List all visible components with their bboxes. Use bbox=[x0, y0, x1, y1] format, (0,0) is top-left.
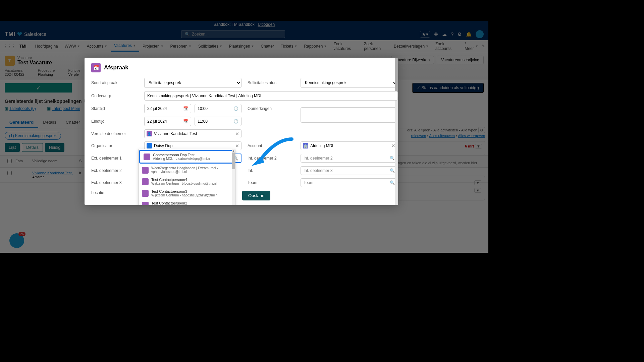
end-date-input[interactable]: 22 jul 2024📅 bbox=[144, 117, 191, 126]
int-deelnemer-2-input[interactable]: Int. deelnemer 2🔍 bbox=[301, 154, 398, 163]
dropdown-item[interactable]: WoonZorgcentra Haaglanden | Extramuraal … bbox=[139, 164, 235, 176]
contact-icon: 👤 bbox=[147, 131, 152, 136]
calendar-icon: 📅 bbox=[183, 119, 188, 124]
onderwerp-input[interactable] bbox=[144, 91, 398, 101]
afspraak-modal: 📅 Afspraak Soort afspraak Sollicitatiege… bbox=[85, 58, 398, 205]
calendar-icon: 📅 bbox=[91, 63, 101, 72]
modal-title: Afspraak bbox=[104, 64, 128, 71]
soort-afspraak-select[interactable]: Sollicitatiegesprek bbox=[144, 78, 241, 88]
clear-icon[interactable]: ✕ bbox=[235, 131, 239, 136]
start-date-input[interactable]: 22 jul 2024📅 bbox=[144, 104, 191, 113]
contactpersoon-dropdown: ▲ Contactpersoon Dop TestAfdeling MDL - … bbox=[138, 149, 235, 205]
contact-icon bbox=[142, 167, 149, 174]
contact-icon bbox=[144, 154, 150, 160]
dropdown-item[interactable]: Test Contactpersoon2 bbox=[139, 199, 235, 205]
vereiste-deelnemer-lookup[interactable]: 👤 Vivianne Kandidaat Test ✕ bbox=[144, 129, 241, 138]
search-icon: 🔍 bbox=[390, 168, 395, 173]
dropdown-item[interactable]: Test Contactpersoon3Wijkteam Centrum - n… bbox=[139, 187, 235, 199]
clear-icon[interactable]: ✕ bbox=[235, 143, 239, 148]
user-icon: 👤 bbox=[147, 143, 152, 148]
dropdown-item-highlighted[interactable]: Contactpersoon Dop TestAfdeling MDL - zi… bbox=[139, 150, 234, 164]
opslaan-button[interactable]: Opslaan bbox=[242, 191, 270, 200]
search-icon: 🔍 bbox=[390, 180, 395, 185]
account-lookup[interactable]: 🏢 Afdeling MDL ✕ bbox=[301, 141, 398, 150]
modal-scrollbar[interactable] bbox=[395, 58, 398, 205]
opmerkingen-textarea[interactable] bbox=[301, 107, 398, 123]
account-icon: 🏢 bbox=[303, 143, 308, 148]
clock-icon: 🕐 bbox=[233, 119, 238, 124]
end-time-input[interactable]: 11:00🕐 bbox=[195, 117, 241, 126]
calendar-icon: 📅 bbox=[183, 106, 188, 111]
search-icon: 🔍 bbox=[390, 156, 395, 161]
contact-icon bbox=[142, 202, 149, 205]
team-input[interactable]: Team🔍 bbox=[301, 178, 398, 187]
clock-icon: 🕐 bbox=[233, 106, 238, 111]
contact-icon bbox=[142, 190, 149, 197]
dropdown-scrollbar[interactable]: ▲ bbox=[232, 149, 235, 205]
int-deelnemer-3-input[interactable]: Int. deelnemer 3🔍 bbox=[301, 166, 398, 175]
dropdown-item[interactable]: Test Contactpersoon4Wijkteam Centrum - b… bbox=[139, 176, 235, 187]
sollicitatiestatus-select[interactable]: Kennismakingsgesprek bbox=[301, 78, 398, 88]
contact-icon bbox=[142, 178, 149, 185]
start-time-input[interactable]: 10:00🕐 bbox=[195, 104, 241, 113]
